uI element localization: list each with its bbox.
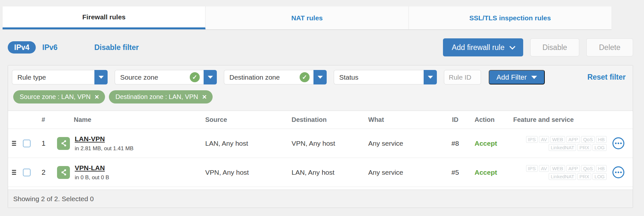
header-num: # — [42, 116, 57, 123]
filter-row: Rule type Source zone ✓ Destination zone — [12, 70, 628, 84]
drag-handle-icon[interactable] — [12, 141, 16, 146]
cell-what: Any service — [368, 169, 442, 176]
check-circle-icon: ✓ — [190, 72, 200, 82]
tab-ssl-tls-label: SSL/TLS inspection rules — [469, 14, 551, 22]
header-destination: Destination — [292, 116, 368, 123]
rule-traffic: in 0 B, out 0 B — [75, 174, 109, 181]
rule-name-block: VPN-LAN in 0 B, out 0 B — [75, 164, 109, 181]
cell-destination: VPN, Any host — [292, 140, 368, 147]
table-row: 2 VPN-LAN in 0 B, out 0 B VPN, Any host … — [8, 158, 633, 187]
header-source: Source — [205, 116, 292, 123]
cell-what: Any service — [368, 140, 442, 147]
firewall-rules-panel: Rule type Source zone ✓ Destination zone — [8, 65, 633, 208]
cell-source: VPN, Any host — [205, 169, 292, 176]
rule-traffic: in 2.81 MB, out 1.41 MB — [75, 145, 133, 152]
table-footer-text: Showing 2 of 2. Selected 0 — [13, 195, 94, 203]
cell-id: #8 — [442, 140, 468, 147]
disable-button[interactable]: Disable — [530, 38, 579, 56]
tab-firewall-rules[interactable]: Firewall rules — [3, 6, 206, 29]
status-filter: Status — [334, 70, 437, 84]
disable-filter-link[interactable]: Disable filter — [94, 43, 139, 52]
source-zone-chip-label: Source zone : LAN, VPN — [20, 93, 91, 101]
destination-zone-dropdown-button[interactable] — [313, 70, 327, 84]
rule-type-dropdown-button[interactable] — [94, 70, 108, 84]
chevron-down-icon — [509, 44, 515, 49]
rule-type-select[interactable]: Rule type — [12, 70, 94, 84]
triangle-down-icon — [318, 76, 323, 79]
rule-type-label: Rule type — [17, 74, 91, 81]
source-zone-filter: Source zone ✓ — [115, 70, 217, 84]
tab-ssl-tls-inspection-rules[interactable]: SSL/TLS inspection rules — [409, 6, 611, 29]
row-checkbox[interactable] — [23, 169, 31, 176]
tab-nat-rules-label: NAT rules — [291, 14, 323, 22]
add-filter-button[interactable]: Add Filter — [489, 70, 545, 84]
destination-zone-chip-label: Destination zone : LAN, VPN — [115, 93, 198, 101]
close-icon[interactable]: ✕ — [202, 94, 207, 100]
source-zone-label: Source zone — [120, 74, 187, 81]
feature-badges: IPS AV WEB APP QoS HB LinkedNAT PRX LOG — [513, 136, 610, 151]
status-label: Status — [339, 74, 420, 81]
toolbar: IPv4 IPv6 Disable filter Add firewall ru… — [8, 30, 633, 65]
cell-action: Accept — [468, 140, 513, 147]
triangle-down-icon — [208, 76, 213, 79]
header-what: What — [368, 116, 442, 123]
source-zone-select[interactable]: Source zone ✓ — [115, 70, 204, 84]
status-select[interactable]: Status — [334, 70, 424, 84]
cell-source: LAN, Any host — [205, 140, 292, 147]
drag-handle-icon[interactable] — [12, 170, 16, 175]
add-firewall-rule-label: Add firewall rule — [452, 43, 505, 52]
badge-ips: IPS — [526, 136, 538, 143]
feature-badge-line: LinkedNAT PRX LOG — [549, 144, 607, 151]
cell-destination: LAN, Any host — [292, 169, 368, 176]
badge-qos: QoS — [581, 136, 595, 143]
add-firewall-rule-button[interactable]: Add firewall rule — [443, 38, 523, 56]
cell-action: Accept — [468, 169, 513, 176]
check-circle-icon: ✓ — [300, 72, 310, 82]
header-action: Action — [468, 116, 513, 123]
header-name: Name — [57, 116, 205, 123]
filter-section: Rule type Source zone ✓ Destination zone — [8, 65, 633, 111]
source-zone-chip: Source zone : LAN, VPN ✕ — [13, 90, 105, 103]
table-row: 1 LAN-VPN in 2.81 MB, out 1.41 MB LAN, A… — [8, 129, 633, 158]
rule-id-input[interactable] — [444, 70, 481, 84]
header-id: ID — [442, 116, 468, 123]
rule-name-link[interactable]: VPN-LAN — [75, 164, 105, 172]
source-zone-dropdown-button[interactable] — [204, 70, 217, 84]
rule-name-block: LAN-VPN in 2.81 MB, out 1.41 MB — [75, 135, 133, 152]
filter-chips-row: Source zone : LAN, VPN ✕ Destination zon… — [12, 84, 628, 109]
badge-log: LOG — [592, 144, 607, 151]
cell-id: #5 — [442, 169, 468, 176]
badge-web: WEB — [550, 136, 565, 143]
name-cell: LAN-VPN in 2.81 MB, out 1.41 MB — [57, 135, 205, 152]
ipv4-toggle[interactable]: IPv4 — [8, 41, 36, 54]
badge-qos: QoS — [581, 165, 595, 172]
status-dropdown-button[interactable] — [424, 70, 437, 84]
reset-filter-link[interactable]: Reset filter — [587, 73, 626, 82]
badge-hb: HB — [596, 165, 607, 172]
close-icon[interactable]: ✕ — [94, 94, 99, 100]
destination-zone-filter: Destination zone ✓ — [224, 70, 327, 84]
row-checkbox[interactable] — [23, 140, 31, 147]
add-filter-label: Add Filter — [496, 73, 527, 82]
feature-badge-line: IPS AV WEB APP QoS HB — [526, 136, 607, 143]
badge-ips: IPS — [526, 165, 538, 172]
destination-zone-select[interactable]: Destination zone ✓ — [224, 70, 313, 84]
row-menu-ellipsis-icon[interactable] — [612, 137, 624, 149]
row-menu-ellipsis-icon[interactable] — [612, 166, 624, 178]
ipv6-toggle[interactable]: IPv6 — [36, 41, 64, 54]
destination-zone-chip: Destination zone : LAN, VPN ✕ — [109, 90, 213, 103]
badge-hb: HB — [596, 136, 607, 143]
delete-button[interactable]: Delete — [586, 38, 633, 56]
share-rule-icon — [57, 137, 70, 150]
delete-button-label: Delete — [599, 43, 620, 52]
tab-nat-rules[interactable]: NAT rules — [206, 6, 409, 29]
rule-name-link[interactable]: LAN-VPN — [75, 135, 105, 143]
tabs-bar: Firewall rules NAT rules SSL/TLS inspect… — [3, 6, 611, 30]
triangle-down-icon — [428, 76, 433, 79]
rows-end-spacer — [8, 187, 633, 190]
badge-av: AV — [539, 165, 549, 172]
badge-prx: PRX — [577, 144, 591, 151]
destination-zone-label: Destination zone — [229, 74, 297, 81]
triangle-down-icon — [99, 76, 104, 79]
badge-app: APP — [566, 136, 580, 143]
